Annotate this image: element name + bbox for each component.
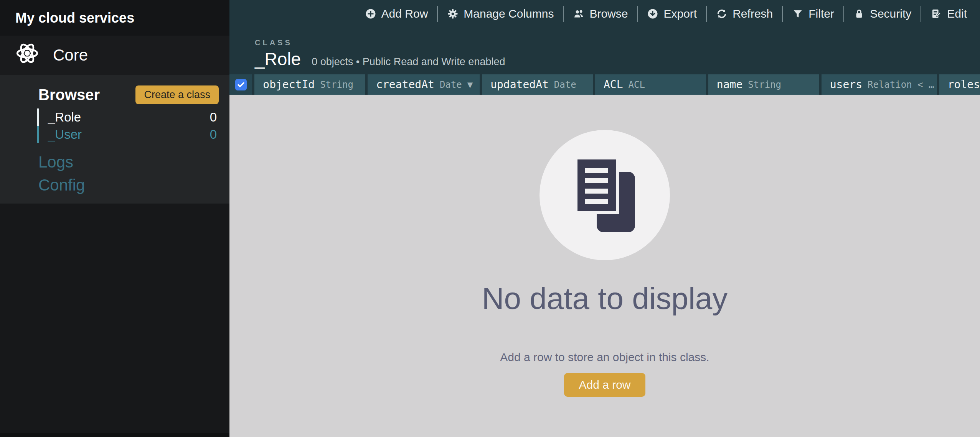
column-type: String — [748, 79, 781, 90]
toolbar-label: Export — [663, 7, 697, 20]
empty-state: No data to display Add a row to store an… — [229, 95, 980, 437]
class-list: _Role 0 _User 0 — [0, 108, 229, 143]
documents-icon — [574, 156, 635, 234]
column-type: Relation <_Use… — [868, 79, 937, 90]
sidebar: My cloud services Core Browser Create a … — [0, 0, 229, 437]
column-header-roles[interactable]: roles — [939, 74, 980, 95]
toolbar-label: Refresh — [733, 7, 773, 20]
toolbar: Add Row Manage Columns — [229, 0, 980, 28]
toolbar-label: Manage Columns — [464, 7, 554, 20]
column-name: createdAt — [376, 78, 434, 91]
refresh-button[interactable]: Refresh — [716, 7, 773, 20]
column-type: String — [320, 79, 353, 90]
sidebar-empty-area — [0, 204, 229, 433]
gear-icon — [447, 8, 459, 20]
lock-icon — [853, 8, 865, 20]
add-a-row-button[interactable]: Add a row — [564, 373, 645, 397]
column-name: objectId — [263, 78, 315, 91]
page-title: _Role — [255, 49, 301, 69]
column-type: Date — [440, 79, 462, 90]
column-type: Date — [554, 79, 576, 90]
toolbar-label: Filter — [808, 7, 834, 20]
empty-state-title: No data to display — [482, 281, 728, 316]
sidebar-item-config[interactable]: Config — [38, 175, 229, 195]
toolbar-divider — [843, 6, 844, 22]
refresh-icon — [716, 8, 728, 20]
atom-icon — [15, 41, 40, 70]
toolbar-label: Browse — [589, 7, 628, 20]
sidebar-item-logs[interactable]: Logs — [38, 152, 229, 172]
toolbar-divider — [437, 6, 438, 22]
empty-state-subtitle: Add a row to store an object in this cla… — [500, 351, 709, 364]
class-header: CLASS _Role 0 objects • Public Read and … — [229, 28, 980, 74]
browser-title: Browser — [38, 86, 100, 104]
main-panel: Add Row Manage Columns — [229, 0, 980, 437]
create-class-button[interactable]: Create a class — [135, 85, 219, 104]
column-name: updatedAt — [490, 78, 549, 91]
class-count: 0 — [210, 110, 217, 125]
column-name: users — [830, 78, 862, 91]
browse-button[interactable]: Browse — [573, 7, 628, 20]
column-header-updatedat[interactable]: updatedAt Date — [482, 74, 593, 95]
select-all-checkbox[interactable] — [235, 79, 247, 90]
export-button[interactable]: Export — [647, 7, 697, 20]
toolbar-divider — [782, 6, 783, 22]
column-header-objectid[interactable]: objectId String — [254, 74, 365, 95]
toolbar-divider — [921, 6, 921, 22]
edit-icon — [931, 8, 942, 20]
edit-button[interactable]: Edit — [931, 7, 967, 20]
column-type: ACL — [629, 79, 645, 90]
download-circle-icon — [647, 8, 658, 20]
toolbar-label: Add Row — [381, 7, 428, 20]
toolbar-label: Edit — [947, 7, 967, 20]
manage-columns-button[interactable]: Manage Columns — [447, 7, 554, 20]
sidebar-item-user[interactable]: _User 0 — [37, 126, 229, 143]
sidebar-item-role[interactable]: _Role 0 — [37, 108, 229, 126]
class-name: _Role — [48, 110, 81, 125]
core-label: Core — [53, 46, 88, 64]
class-count: 0 — [210, 127, 217, 142]
column-name: name — [717, 78, 742, 91]
column-name: ACL — [604, 78, 623, 91]
filter-button[interactable]: Filter — [792, 7, 834, 20]
select-all-cell — [229, 74, 252, 95]
add-row-button[interactable]: Add Row — [365, 7, 428, 20]
plus-circle-icon — [365, 8, 376, 20]
class-name: _User — [48, 127, 82, 142]
toolbar-divider — [563, 6, 564, 22]
toolbar-divider — [637, 6, 638, 22]
funnel-icon — [792, 8, 803, 20]
browser-section: Browser Create a class _Role 0 _User 0 L… — [0, 75, 229, 204]
empty-state-illustration — [539, 130, 670, 260]
security-button[interactable]: Security — [853, 7, 911, 20]
toolbar-divider — [706, 6, 707, 22]
toolbar-label: Security — [870, 7, 911, 20]
sidebar-section-core[interactable]: Core — [0, 36, 229, 75]
column-header-acl[interactable]: ACL ACL — [595, 74, 706, 95]
app-title: My cloud services — [0, 0, 229, 36]
users-icon — [573, 8, 584, 20]
table-header-row: objectId String createdAt Date ▼ updated… — [229, 74, 980, 95]
class-subtitle: 0 objects • Public Read and Write enable… — [312, 56, 505, 68]
column-name: roles — [948, 78, 980, 91]
sidebar-footer — [0, 433, 229, 437]
column-header-name[interactable]: name String — [708, 74, 819, 95]
column-header-createdat[interactable]: createdAt Date ▼ — [368, 74, 480, 95]
column-header-users[interactable]: users Relation <_Use… — [822, 74, 937, 95]
class-eyebrow: CLASS — [255, 38, 980, 47]
sort-desc-icon: ▼ — [467, 79, 473, 90]
